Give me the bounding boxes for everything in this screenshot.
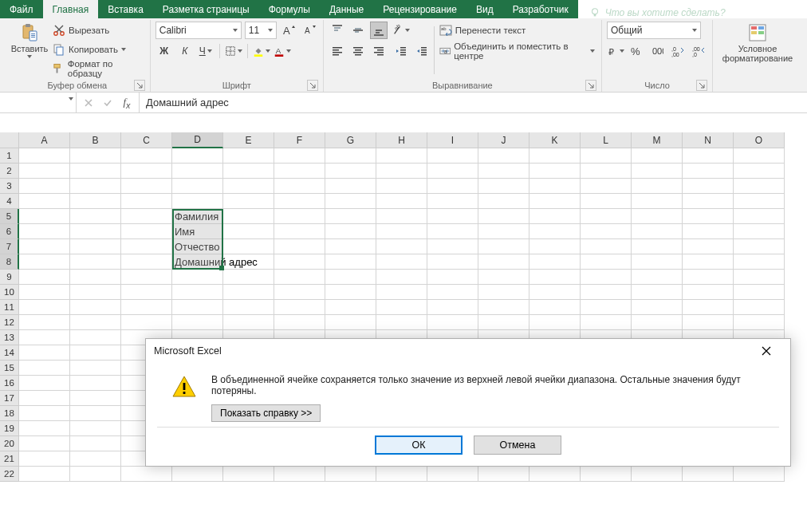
row-header[interactable]: 1 bbox=[0, 148, 19, 164]
cell[interactable] bbox=[325, 179, 376, 194]
cell[interactable] bbox=[581, 254, 632, 270]
row-header[interactable]: 14 bbox=[0, 345, 19, 361]
cell[interactable] bbox=[376, 148, 427, 164]
cell[interactable] bbox=[632, 254, 683, 270]
cell[interactable] bbox=[478, 254, 529, 270]
cell[interactable] bbox=[734, 194, 785, 209]
cell[interactable] bbox=[478, 194, 529, 209]
cell[interactable] bbox=[70, 451, 121, 467]
cell[interactable] bbox=[478, 148, 529, 164]
font-size-combo[interactable]: 11 bbox=[245, 22, 277, 39]
cell[interactable] bbox=[376, 254, 427, 270]
show-help-button[interactable]: Показать справку >> bbox=[211, 404, 321, 422]
borders-button[interactable] bbox=[225, 42, 242, 60]
cell[interactable] bbox=[581, 179, 632, 194]
cell[interactable] bbox=[683, 254, 734, 270]
cell[interactable] bbox=[478, 315, 529, 330]
cell[interactable] bbox=[683, 239, 734, 254]
cell[interactable] bbox=[683, 315, 734, 330]
column-header[interactable]: O bbox=[734, 132, 785, 148]
cell[interactable] bbox=[172, 148, 223, 164]
cell[interactable] bbox=[478, 239, 529, 254]
cell[interactable] bbox=[427, 254, 478, 270]
align-center-button[interactable] bbox=[349, 42, 367, 60]
font-name-combo[interactable]: Calibri bbox=[155, 22, 242, 39]
ok-button[interactable]: ОК bbox=[375, 435, 463, 455]
cell[interactable] bbox=[325, 285, 376, 300]
row-header[interactable]: 21 bbox=[0, 451, 19, 467]
cell[interactable] bbox=[274, 239, 325, 254]
cell[interactable] bbox=[19, 421, 70, 436]
tab-developer[interactable]: Разработчик bbox=[503, 0, 578, 18]
row-header[interactable]: 10 bbox=[0, 285, 19, 300]
cell[interactable] bbox=[581, 467, 632, 482]
cell[interactable] bbox=[683, 148, 734, 164]
cell[interactable] bbox=[632, 467, 683, 482]
cell[interactable] bbox=[121, 209, 172, 224]
cell[interactable] bbox=[581, 164, 632, 179]
cell[interactable] bbox=[325, 270, 376, 285]
increase-font-button[interactable]: A bbox=[280, 22, 297, 39]
cell[interactable] bbox=[172, 315, 223, 330]
comma-button[interactable]: 000 bbox=[648, 42, 666, 60]
cell[interactable] bbox=[223, 270, 274, 285]
column-header[interactable]: F bbox=[274, 132, 325, 148]
align-middle-button[interactable] bbox=[349, 22, 367, 39]
cell[interactable] bbox=[478, 164, 529, 179]
cell[interactable] bbox=[223, 467, 274, 482]
clipboard-launcher[interactable] bbox=[134, 80, 145, 91]
select-all-corner[interactable] bbox=[0, 132, 19, 148]
cell[interactable] bbox=[19, 194, 70, 209]
cell[interactable] bbox=[478, 209, 529, 224]
column-header[interactable]: M bbox=[632, 132, 683, 148]
cell[interactable] bbox=[427, 315, 478, 330]
row-header[interactable]: 15 bbox=[0, 361, 19, 376]
accounting-format-button[interactable]: ₽ bbox=[607, 42, 624, 60]
cell[interactable] bbox=[427, 239, 478, 254]
number-launcher[interactable] bbox=[696, 80, 707, 91]
cell[interactable] bbox=[581, 148, 632, 164]
cell[interactable] bbox=[529, 315, 581, 330]
cell[interactable] bbox=[734, 254, 785, 270]
row-header[interactable]: 3 bbox=[0, 179, 19, 194]
cell[interactable] bbox=[19, 361, 70, 376]
cell[interactable] bbox=[70, 330, 121, 345]
cell[interactable] bbox=[223, 254, 274, 270]
cell[interactable] bbox=[19, 406, 70, 421]
font-color-button[interactable]: A bbox=[274, 42, 291, 60]
cell[interactable] bbox=[223, 209, 274, 224]
name-box-input[interactable] bbox=[0, 93, 76, 112]
cell[interactable] bbox=[376, 270, 427, 285]
paste-button[interactable]: Вставить bbox=[10, 22, 49, 79]
column-header[interactable]: H bbox=[376, 132, 427, 148]
cell[interactable] bbox=[70, 467, 121, 482]
tab-view[interactable]: Вид bbox=[466, 0, 503, 18]
cell[interactable] bbox=[427, 300, 478, 315]
cell[interactable] bbox=[683, 179, 734, 194]
decrease-decimal-button[interactable]: ,00,0 bbox=[690, 42, 707, 60]
cell[interactable] bbox=[376, 179, 427, 194]
cell[interactable] bbox=[734, 239, 785, 254]
cell[interactable] bbox=[734, 179, 785, 194]
copy-button[interactable]: Копировать bbox=[51, 41, 145, 58]
cell[interactable] bbox=[70, 406, 121, 421]
cell[interactable] bbox=[581, 209, 632, 224]
cell[interactable] bbox=[427, 209, 478, 224]
cell[interactable] bbox=[427, 285, 478, 300]
cell[interactable] bbox=[19, 467, 70, 482]
cell[interactable] bbox=[529, 164, 581, 179]
cell[interactable] bbox=[70, 164, 121, 179]
cell[interactable] bbox=[223, 239, 274, 254]
cell[interactable] bbox=[632, 315, 683, 330]
format-painter-button[interactable]: Формат по образцу bbox=[51, 60, 145, 77]
cell[interactable] bbox=[632, 239, 683, 254]
cell[interactable] bbox=[376, 239, 427, 254]
cell[interactable] bbox=[121, 148, 172, 164]
cell[interactable] bbox=[19, 209, 70, 224]
cell[interactable] bbox=[734, 270, 785, 285]
cell[interactable] bbox=[683, 224, 734, 239]
cell[interactable] bbox=[70, 239, 121, 254]
cell[interactable] bbox=[274, 164, 325, 179]
cell[interactable] bbox=[376, 164, 427, 179]
cell[interactable] bbox=[376, 300, 427, 315]
